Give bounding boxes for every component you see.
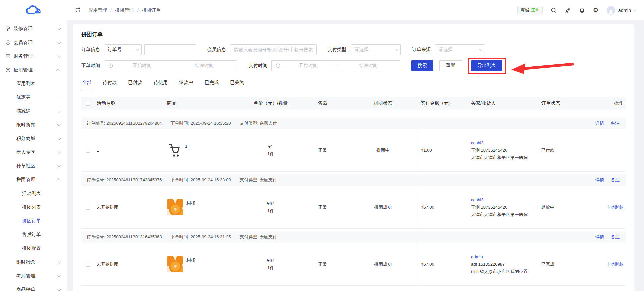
sidebar-item-product-ranking[interactable]: 商品榜单 bbox=[0, 283, 67, 291]
order-info-type-select[interactable]: 订单号 bbox=[104, 44, 142, 55]
sidebar-item-groupbuy-list[interactable]: 拼团列表 bbox=[0, 200, 67, 214]
sidebar-item-label: 优惠券 bbox=[16, 94, 31, 100]
topbar-right: 商城 正常 ⚙ admin bbox=[517, 6, 636, 15]
select-all-checkbox[interactable] bbox=[86, 101, 90, 106]
bell-icon[interactable] bbox=[579, 7, 585, 13]
detail-link[interactable]: 详情 bbox=[595, 234, 604, 240]
sidebar-item-label: 拼团管理 bbox=[16, 177, 35, 183]
order-time-range-picker[interactable]: 开始时间 - 结束时间 bbox=[104, 60, 237, 71]
price-qty-cell: ¥1 1件 bbox=[246, 143, 296, 158]
sidebar-item-application[interactable]: 应用管理 bbox=[0, 63, 67, 77]
refund-link[interactable]: 主动退款 bbox=[606, 262, 624, 267]
col-buyer: 买家/收货人 bbox=[467, 100, 537, 106]
sidebar-item-coupon[interactable]: 优惠券 bbox=[0, 90, 67, 104]
user-menu[interactable]: admin bbox=[607, 6, 636, 15]
reset-button[interactable]: 重置 bbox=[439, 60, 462, 71]
export-button-wrap: 导出列表 bbox=[471, 60, 502, 71]
remark-link[interactable]: 备注 bbox=[611, 234, 620, 240]
tab-completed[interactable]: 已完成 bbox=[204, 80, 219, 90]
detail-link[interactable]: 详情 bbox=[595, 120, 604, 126]
member-search-input[interactable] bbox=[230, 44, 317, 55]
breadcrumb-item[interactable]: 拼团管理 bbox=[115, 7, 134, 13]
sidebar-item-app-list[interactable]: 应用列表 bbox=[0, 77, 67, 90]
buyer-contact: 王测 18735145420 bbox=[471, 147, 535, 154]
order-source-select[interactable]: 请选择 bbox=[435, 44, 485, 55]
order-time: 2025-09-24 16:35:20 bbox=[191, 121, 231, 126]
row-checkbox[interactable] bbox=[86, 148, 90, 153]
sidebar-item-groupbuy-orders[interactable]: 拼团订单 bbox=[0, 214, 67, 228]
chevron-down-icon bbox=[136, 48, 139, 51]
chevron-down-icon bbox=[57, 40, 61, 44]
shop-status-badge[interactable]: 商城 正常 bbox=[517, 6, 543, 15]
order-info-label: 订单信息 bbox=[81, 47, 100, 53]
sidebar-item-checkin[interactable]: 签到管理 bbox=[0, 269, 67, 283]
sidebar-item-decoration[interactable]: 装修管理 bbox=[0, 22, 67, 35]
refresh-icon[interactable] bbox=[75, 7, 81, 13]
chevron-down-icon bbox=[57, 287, 61, 291]
order-section: 订单编号: 20250924611301743845376 下单时间: 2025… bbox=[81, 174, 626, 229]
export-list-button[interactable]: 导出列表 bbox=[471, 60, 502, 71]
col-product: 商品 bbox=[165, 100, 246, 106]
tab-closed[interactable]: 已关闭 bbox=[229, 80, 245, 90]
buyer-account-link[interactable]: ceshi3 bbox=[471, 140, 484, 145]
refund-link[interactable]: 主动退款 bbox=[606, 205, 624, 210]
range-separator: - bbox=[171, 63, 175, 68]
tab-refunding[interactable]: 退款中 bbox=[178, 80, 194, 90]
sidebar-item-member[interactable]: 会员管理 bbox=[0, 35, 67, 49]
sidebar-item-groupbuy-config[interactable]: 拼团配置 bbox=[0, 241, 67, 255]
col-paid-amount: 实付金额（元） bbox=[417, 100, 467, 106]
logo[interactable] bbox=[0, 0, 67, 20]
sidebar-item-activity-list[interactable]: 活动列表 bbox=[0, 187, 67, 200]
sidebar-item-label: 限时秒杀 bbox=[16, 259, 35, 265]
table-header-row: 活动名称 商品 单价（元）/数量 售后 拼团状态 实付金额（元） 买家/收货人 … bbox=[81, 97, 626, 110]
activity-name: 1 bbox=[95, 148, 165, 153]
product-cell: 1 bbox=[165, 143, 246, 158]
col-order-status: 订单状态 bbox=[537, 100, 591, 106]
sidebar-item-flash-sale[interactable]: 限时秒杀 bbox=[0, 255, 67, 269]
pay-type-select[interactable]: 请选择 bbox=[351, 44, 401, 55]
avatar bbox=[607, 6, 615, 15]
order-no: 20250924611301743845376 bbox=[106, 177, 162, 183]
quantity: 1件 bbox=[248, 264, 294, 272]
row-checkbox[interactable] bbox=[86, 262, 90, 267]
start-time-placeholder: 开始时间 bbox=[113, 63, 171, 69]
remark-link[interactable]: 备注 bbox=[611, 177, 620, 183]
row-checkbox[interactable] bbox=[86, 205, 90, 210]
sidebar-item-label: 新人专享 bbox=[16, 149, 35, 155]
tab-to-use[interactable]: 待使用 bbox=[153, 80, 168, 90]
sidebar-item-points-mall[interactable]: 积分商城 bbox=[0, 132, 67, 145]
detail-link[interactable]: 详情 bbox=[595, 177, 604, 183]
sidebar-item-community[interactable]: 种草社区 bbox=[0, 159, 67, 173]
pay-time-range-picker[interactable]: 开始时间 - 结束时间 bbox=[271, 60, 400, 71]
sidebar-item-groupbuy[interactable]: 拼团管理 bbox=[0, 173, 67, 187]
tab-paid[interactable]: 已付款 bbox=[127, 80, 143, 90]
pay-time-label: 支付时间 bbox=[249, 63, 267, 69]
buyer-account-link[interactable]: ceshi3 bbox=[471, 197, 484, 202]
tab-pending-payment[interactable]: 待付款 bbox=[102, 80, 117, 90]
gear-icon[interactable]: ⚙ bbox=[593, 7, 599, 13]
rocket-icon[interactable] bbox=[565, 7, 571, 13]
buyer-contact: adf 15135226987 bbox=[471, 261, 535, 268]
sidebar-item-aftersale-orders[interactable]: 售后订单 bbox=[0, 228, 67, 241]
sidebar-item-full-reduction[interactable]: 满减送 bbox=[0, 104, 67, 118]
topbar: 应用管理 / 拼团管理 / 拼团订单 商城 正常 ⚙ bbox=[67, 0, 644, 20]
breadcrumb-item[interactable]: 应用管理 bbox=[88, 7, 107, 13]
heart-badge-icon bbox=[5, 40, 11, 45]
buyer-account-link[interactable]: admin bbox=[471, 254, 483, 259]
sidebar-item-time-discount[interactable]: 限时折扣 bbox=[0, 118, 67, 132]
row-select-cell bbox=[81, 148, 95, 153]
sidebar-item-finance[interactable]: 财务管理 bbox=[0, 49, 67, 63]
remark-link[interactable]: 备注 bbox=[611, 120, 620, 126]
order-meta-bar: 订单编号: 20250924611301743845376 下单时间: 2025… bbox=[81, 174, 626, 186]
search-icon[interactable] bbox=[551, 7, 557, 13]
order-no-input[interactable] bbox=[144, 44, 196, 55]
sidebar-item-label: 应用列表 bbox=[16, 81, 35, 87]
cube-icon bbox=[5, 67, 11, 73]
cloud-logo-icon bbox=[26, 5, 41, 15]
tab-all[interactable]: 全部 bbox=[81, 80, 92, 90]
search-button[interactable]: 搜索 bbox=[411, 60, 433, 71]
sidebar-item-newcomer[interactable]: 新人专享 bbox=[0, 145, 67, 159]
order-time-label: 下单时间 bbox=[81, 63, 100, 69]
filter-row-2: 下单时间 开始时间 - 结束时间 支付时间 开始时间 - 结束时间 搜索 重置 … bbox=[81, 60, 626, 71]
sidebar-item-label: 应用管理 bbox=[14, 67, 33, 73]
